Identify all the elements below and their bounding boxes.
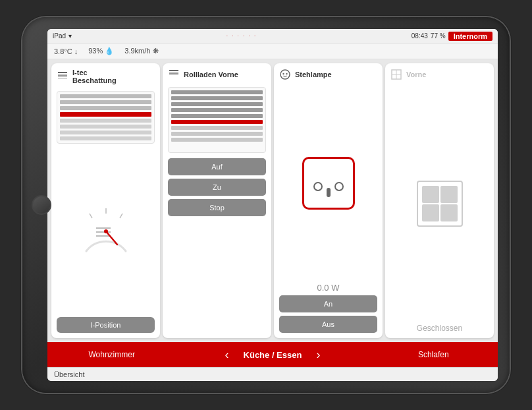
svg-rect-1 (58, 74, 67, 74)
pane-bl (422, 204, 439, 221)
r-slat-3 (171, 102, 263, 106)
pane-tl (422, 186, 439, 203)
wind-display: 3.9km/h ❋ (124, 47, 158, 55)
blind-slat-8 (60, 136, 151, 140)
itec-blind-visual (57, 91, 155, 144)
status-dots: · · · · · · (226, 33, 257, 39)
r-slat-5 (171, 114, 263, 118)
prev-arrow[interactable]: ‹ (221, 348, 233, 362)
vorne-title: Vorne (406, 71, 426, 78)
nav-left-room[interactable]: Wohnzimmer (47, 350, 176, 359)
aus-button[interactable]: Aus (279, 316, 377, 333)
pane-br (440, 204, 458, 221)
socket-slot (327, 188, 331, 197)
zu-button[interactable]: Zu (168, 179, 266, 196)
internorm-badge: Internorm (448, 32, 492, 41)
svg-point-18 (282, 73, 284, 74)
stop-button[interactable]: Stop (168, 199, 266, 216)
humidity-icon: 💧 (105, 47, 114, 55)
blind-slat-7 (60, 131, 151, 134)
status-bar-left: iPad ▾ (53, 32, 72, 40)
svg-line-6 (90, 214, 92, 218)
r-slat-7 (171, 126, 263, 130)
blind-slat-5 (60, 119, 151, 123)
ipad-frame: iPad ▾ · · · · · · 08:43 77 % Internorm … (22, 17, 510, 393)
an-button[interactable]: An (279, 295, 377, 312)
window-grid (417, 181, 463, 227)
svg-rect-3 (58, 76, 67, 77)
rollladen-icon (168, 69, 180, 80)
widget-stehlampe: Stehlampe 0.0 W An Aus (274, 63, 383, 338)
r-slat-red (171, 120, 263, 124)
svg-rect-2 (58, 75, 67, 76)
itec-header: I-tecBeschattung (57, 69, 155, 87)
weather-bar: 3.8°C ↓ 93% 💧 3.9km/h ❋ (47, 44, 498, 59)
blind-slat-3 (60, 106, 151, 110)
auf-button[interactable]: Auf (168, 158, 266, 175)
wind-icon: ❋ (153, 47, 159, 55)
window-visual (390, 87, 489, 320)
svg-rect-15 (169, 73, 178, 74)
socket-eye-left (313, 182, 323, 191)
svg-point-19 (286, 73, 287, 74)
r-slat-9 (171, 138, 263, 142)
rollladen-controls: Auf Zu Stop (168, 158, 266, 216)
humidity-display: 93% 💧 (88, 47, 114, 55)
window-icon (390, 69, 402, 80)
battery-level: 77 % (431, 32, 446, 40)
status-label: Geschlossen (390, 324, 489, 333)
socket-visual (279, 87, 377, 279)
svg-point-17 (280, 70, 290, 79)
vorne-header: Vorne (390, 69, 489, 83)
svg-rect-4 (58, 78, 67, 78)
stehlampe-header: Stehlampe (279, 69, 377, 83)
itec-dial (76, 202, 136, 261)
r-slat-8 (171, 132, 263, 136)
itec-dial-container (57, 149, 155, 313)
temperature-display: 3.8°C ↓ (54, 47, 78, 55)
svg-rect-0 (58, 72, 67, 73)
bottom-nav: Wohnzimmer ‹ Küche / Essen › Schlafen (47, 342, 498, 367)
svg-rect-16 (169, 74, 178, 75)
socket-icon (302, 157, 355, 210)
main-content: I-tecBeschattung (47, 59, 498, 342)
widget-vorne: Vorne Geschlossen (385, 63, 494, 338)
screen: iPad ▾ · · · · · · 08:43 77 % Internorm … (47, 29, 498, 381)
device-label: iPad (53, 32, 66, 40)
nav-center: ‹ Küche / Essen › (176, 348, 369, 362)
svg-point-12 (104, 229, 108, 233)
stehlampe-title: Stehlampe (295, 71, 332, 78)
r-slat-2 (171, 96, 263, 100)
time-display: 08:43 (412, 32, 428, 40)
blind-slat-1 (60, 94, 151, 98)
blind-slat-2 (60, 100, 151, 104)
nav-right-room[interactable]: Schlafen (369, 350, 498, 359)
wattage-display: 0.0 W (279, 283, 377, 293)
rollladen-visual (168, 87, 266, 153)
svg-rect-13 (169, 70, 178, 71)
current-room-label: Küche / Essen (244, 350, 302, 360)
rollladen-title: Rollladen Vorne (184, 71, 238, 78)
r-slat-1 (171, 90, 263, 94)
outlet-icon (279, 69, 291, 80)
pane-tr (440, 186, 458, 203)
bottom-bar: Übersicht (47, 367, 498, 381)
r-slat-4 (171, 108, 263, 112)
blind-slat-6 (60, 125, 151, 129)
widget-rollladen: Rollladen Vorne Auf Zu Stop (163, 63, 271, 338)
svg-line-7 (120, 214, 122, 218)
itec-title: I-tecBeschattung (72, 69, 117, 84)
i-position-button[interactable]: I-Position (57, 317, 155, 333)
overview-label[interactable]: Übersicht (54, 370, 84, 378)
status-bar: iPad ▾ · · · · · · 08:43 77 % Internorm (47, 29, 498, 44)
rollladen-header: Rollladen Vorne (168, 69, 266, 83)
next-arrow[interactable]: › (312, 348, 324, 362)
status-bar-right: 08:43 77 % Internorm (412, 32, 492, 41)
socket-eye-right (334, 182, 344, 191)
lamp-controls: An Aus (279, 295, 377, 333)
widget-itec: I-tecBeschattung (51, 63, 160, 338)
home-button[interactable] (32, 195, 51, 215)
signal-icon: ▾ (68, 32, 72, 40)
blind-slat-red (60, 112, 151, 116)
itec-icon (57, 71, 68, 82)
